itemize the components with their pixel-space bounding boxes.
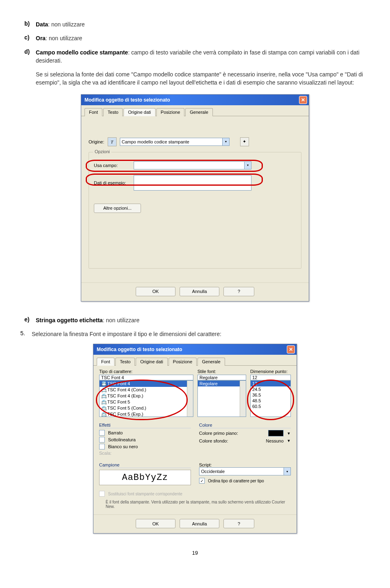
section-effetti: Effetti Barrato Sottolineatura Bianco su… [99, 419, 191, 457]
colore-primo-label: Colore primo piano: [199, 431, 265, 436]
help-button[interactable]: ? [223, 519, 254, 528]
list-item-d: d) Campo modello codice stampante: campo… [24, 48, 370, 65]
chevron-down-icon: ▾ [222, 138, 229, 145]
list-item[interactable]: 60.5 [251, 404, 290, 409]
list-item-b: b) Data: non utilizzare [24, 20, 370, 28]
rest-e: : non utilizzare [103, 317, 139, 323]
script-label: Script: [199, 462, 291, 467]
tipo-input[interactable]: TSC Font 4 [99, 375, 193, 380]
dialog2-title: Modifica oggetto di testo selezionato [97, 347, 182, 352]
marker: 5. [20, 330, 28, 336]
checkbox-sottolineatura[interactable] [99, 437, 105, 443]
dialog1-wrap: Modifica oggetto di testo selezionato ✕ … [20, 94, 370, 302]
col-dim: Dimensione punto: 12 12 24.5 36.5 48.5 6… [250, 369, 291, 417]
printer-font-icon: 📇 [101, 393, 106, 399]
wand-icon[interactable]: ✦ [240, 137, 249, 146]
ordina-label: Ordina tipo di carattere per tipo [208, 479, 264, 483]
tipo-value: TSC Font 4 [101, 375, 124, 380]
tab-font[interactable]: Font [84, 108, 102, 116]
list-item[interactable]: 📇TSC Font 4 (Exp.) [100, 393, 193, 399]
tabs: Font Testo Origine dati Posizione Genera… [81, 105, 309, 116]
section-script: Script: Occidentale ▾ ✓ Ordina tipo di c… [199, 459, 291, 487]
help-button[interactable]: ? [223, 287, 254, 296]
list-item[interactable]: Regolare [198, 381, 246, 386]
printer-font-icon: 📇 [101, 387, 106, 393]
dialog1-title: Modifica oggetto di testo selezionato [84, 97, 170, 103]
printer-font-icon: 📇 [101, 399, 106, 405]
cancel-button[interactable]: Annulla [180, 287, 219, 296]
script-dropdown[interactable]: Occidentale ▾ [199, 467, 291, 475]
content-b: Data: non utilizzare [36, 20, 370, 28]
row-colore-sfondo: Colore sfondo: Nessuno ▾ [199, 438, 291, 443]
usa-campo-label: Usa campo: [94, 163, 130, 168]
scrollbar[interactable] [187, 381, 193, 417]
list-item[interactable]: 📇TSC Font 4 (Cond.) [100, 387, 193, 393]
tab-posizione[interactable]: Posizione [169, 358, 197, 366]
dialog2-wrap: Modifica oggetto di testo selezionato ✕ … [20, 344, 370, 534]
row-origine: Origine: T Campo modello codice stampant… [89, 137, 301, 146]
page-number: 19 [20, 550, 370, 556]
stile-listbox[interactable]: Regolare [197, 380, 246, 417]
dialog1-body: Origine: T Campo modello codice stampant… [81, 116, 309, 282]
close-icon[interactable]: ✕ [299, 96, 307, 104]
tab-testo[interactable]: Testo [103, 108, 123, 116]
ok-button[interactable]: OK [136, 287, 176, 296]
tab-font[interactable]: Font [97, 358, 115, 366]
dim-value: 12 [252, 375, 257, 380]
close-icon[interactable]: ✕ [287, 345, 295, 354]
origine-dropdown[interactable]: Campo modello codice stampante ▾ [120, 138, 230, 146]
row-dati-esempio: Dati di esempio: [94, 175, 296, 191]
list-item[interactable]: 12 [251, 381, 290, 386]
list-item[interactable]: 48.5 [251, 398, 290, 404]
checkbox-barrato[interactable] [99, 430, 105, 436]
titlebar: Modifica oggetto di testo selezionato ✕ [93, 344, 297, 355]
content-e: Stringa oggetto etichetta: non utilizzar… [36, 316, 370, 324]
color-swatch-fg[interactable] [268, 430, 284, 436]
step5-text: Selezionare la finestra Font e impostare… [32, 330, 370, 338]
scala-row: Scala: [99, 451, 191, 456]
tab-generale[interactable]: Generale [185, 108, 212, 116]
dati-esempio-field[interactable] [134, 175, 251, 191]
dim-listbox[interactable]: 12 24.5 36.5 48.5 60.5 [250, 380, 291, 417]
list-item[interactable]: 📇TSC Font 5 (Cond.) [100, 405, 193, 411]
list-item[interactable]: 📇TSC Font 4 [100, 381, 193, 387]
printer-font-icon: 📇 [101, 381, 106, 386]
dialog1: Modifica oggetto di testo selezionato ✕ … [81, 94, 309, 302]
list-item[interactable]: 24.5 [251, 386, 290, 392]
tab-generale[interactable]: Generale [197, 358, 225, 366]
ok-button[interactable]: OK [136, 519, 176, 528]
scrollbar[interactable] [240, 381, 246, 417]
paragraph-1: Se si seleziona la fonte dei dati come "… [36, 70, 370, 87]
altre-opzioni-button[interactable]: Altre opzioni... [94, 204, 141, 213]
list-item[interactable]: 📇TSC Font 5 [100, 399, 193, 405]
step-5: 5. Selezionare la finestra Font e impost… [20, 330, 370, 338]
label-d: Campo modello codice stampante [36, 49, 128, 56]
dim-input[interactable]: 12 [250, 375, 291, 380]
cancel-button[interactable]: Annulla [180, 519, 219, 528]
chk-bianconero-row: Bianco su nero [99, 444, 191, 449]
text-type-icon[interactable]: T [108, 137, 117, 146]
tab-posizione[interactable]: Posizione [156, 108, 185, 116]
origine-value: Campo modello codice stampante [122, 139, 189, 144]
list-item[interactable]: 📇TSC Font 5 (Exp.) [100, 411, 193, 417]
row-campione-script: Campione AaBbYyZz Script: Occidentale ▾ … [99, 459, 291, 487]
usa-campo-dropdown[interactable]: ▾ [134, 161, 251, 169]
tab-testo[interactable]: Testo [115, 358, 135, 366]
checkbox-ordina[interactable]: ✓ [199, 478, 205, 484]
marker: b) [24, 20, 32, 27]
tab-origine-dati[interactable]: Origine dati [136, 358, 167, 366]
chk-sottolinea-row: Sottolineatura [99, 437, 191, 443]
section-head: Colore [199, 423, 291, 428]
chevron-down-icon[interactable]: ▾ [287, 438, 291, 443]
checkbox-bianco-nero[interactable] [99, 444, 105, 449]
chk-sostituisci-row: Sostituisci font stampante corrispondent… [99, 491, 291, 497]
list-item[interactable]: 36.5 [251, 392, 290, 398]
tabs: Font Testo Origine dati Posizione Genera… [93, 355, 297, 366]
stile-input[interactable]: Regolare [197, 375, 246, 380]
tab-origine-dati[interactable]: Origine dati [124, 108, 155, 116]
chevron-down-icon[interactable]: ▾ [287, 431, 291, 436]
marker: c) [24, 34, 32, 41]
sost-label: Sostituisci font stampante corrispondent… [108, 492, 182, 496]
marker: d) [24, 48, 32, 55]
tipo-listbox[interactable]: 📇TSC Font 4 📇TSC Font 4 (Cond.) 📇TSC Fon… [99, 380, 193, 417]
